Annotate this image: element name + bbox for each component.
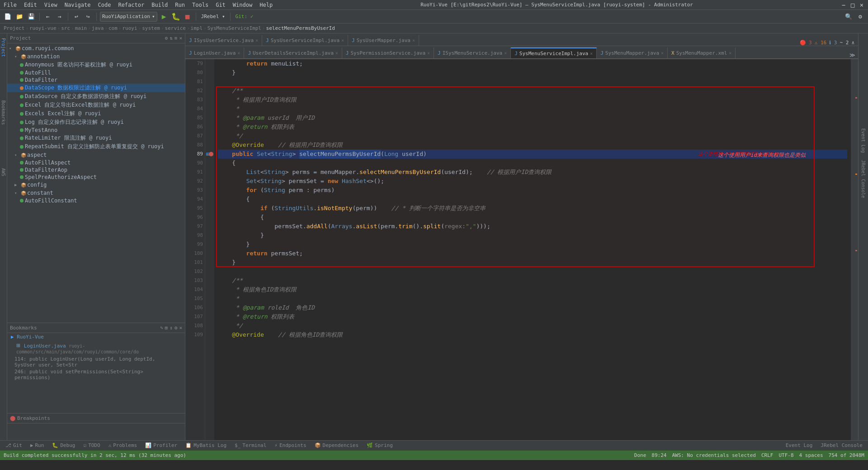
tree-item-excels[interactable]: Excels Excel注解 @ ruoyi [7,109,185,118]
bookmarks-edit-icon[interactable]: ✎ [160,325,163,331]
tree-item-anonymous[interactable]: Anonymous 匿名访问不鉴权注解 @ ruoyi [7,61,185,69]
bottom-tab-run[interactable]: ▶ Run [27,442,48,449]
tree-item-mytestanno[interactable]: MyTestAnno [7,127,185,134]
bottom-tab-git[interactable]: ⎇ Git [2,442,26,449]
sidebar-actions[interactable]: ⚙ ⇅ ≡ × [165,35,183,41]
bookmarks-close-icon[interactable]: × [179,325,182,331]
bookmarks-sort-icon[interactable]: ↕ [170,325,173,331]
close-tab-isysuserservice[interactable]: × [255,38,258,43]
code-editor[interactable]: 79 80 81 82 83 84 85 86 87 88 89 90 91 9… [185,59,858,440]
breadcrumb-service[interactable]: service [165,25,186,31]
bottom-tab-todo[interactable]: ☑ TODO [80,442,104,449]
tab-sysmenumapperxml[interactable]: X SysMenuMapper.xml × [668,47,736,58]
tree-item-autofill[interactable]: AutoFill [7,69,185,76]
status-crlf[interactable]: CRLF [761,452,774,458]
menu-view[interactable]: View [44,2,57,8]
tab-sysmenumapper[interactable]: J SysMenuMapper.java × [597,47,668,58]
sidebar-expand-icon[interactable]: ⇅ [170,35,173,41]
status-indent[interactable]: 4 spaces [799,452,823,458]
close-tab-isysmenuservice[interactable]: × [504,51,507,56]
breadcrumb-project[interactable]: Project [4,25,24,31]
tree-item-constant[interactable]: ▾ 📦 constant [7,189,185,197]
tree-item-excel[interactable]: Excel 自定义导出Excel数据注解 @ ruoyi [7,101,185,109]
status-memory[interactable]: 754 of 2048M [829,452,864,458]
tab-sysuserserviceimpl[interactable]: J SysUserServiceImpl.java × [262,35,348,46]
stop-button[interactable]: ■ [183,12,193,22]
tab-syspermissionservice[interactable]: J SysPermissionService.java × [342,47,434,58]
search-everywhere-button[interactable]: 🔍 [844,12,854,22]
close-tab-sysmenumapper[interactable]: × [661,51,664,56]
tab-sysmenuserviceimpl[interactable]: J SysMenuServiceImpl.java × [511,47,597,58]
menu-file[interactable]: File [4,2,17,8]
tree-item-datafilter[interactable]: DataFilter [7,76,185,84]
close-tab-sysusermapper[interactable]: × [412,38,415,43]
open-button[interactable]: 📁 [14,12,24,22]
collapse-icon[interactable]: ∧ [851,40,854,46]
project-panel-label[interactable]: Project [0,35,7,60]
tree-item-config[interactable]: ▶ 📦 config [7,181,185,189]
menu-tools[interactable]: Tools [192,2,208,8]
menu-edit[interactable]: Edit [24,2,37,8]
tab-userdetailsserviceimpl[interactable]: J UserDetailsServiceImpl.java × [244,47,342,58]
jrebel-console-label[interactable]: JRebel Console [860,157,867,201]
settings-button[interactable]: ⚙ [855,12,865,22]
breakpoint-marker[interactable] [209,152,213,156]
bottom-tab-dependencies[interactable]: 📦 Dependencies [311,442,362,449]
tree-item-datascope[interactable]: DataScope 数据权限过滤注解 @ ruoyi [7,84,185,92]
menu-window[interactable]: Window [233,2,252,8]
tree-item-repeatsubmit[interactable]: RepeatSubmit 自定义注解防止表单重复提交 @ ruoyi [7,142,185,151]
right-scroll-gutter[interactable] [851,59,858,440]
breadcrumb-com[interactable]: com [108,25,118,31]
maximize-button[interactable]: □ [850,2,855,8]
menu-build[interactable]: Build [151,2,168,8]
run-button[interactable]: ▶ [159,12,169,22]
tree-item-autofillconstant[interactable]: AutoFillConstant [7,197,185,204]
bookmarks-panel-label[interactable]: Bookmarks [0,98,7,127]
bookmarks-actions[interactable]: ✎ ⊞ ↕ ⚙ × [160,325,182,331]
bookmark-ruoyi-vue[interactable]: ▶ RuoYi-Vue [7,333,185,341]
tree-item-common[interactable]: ▾ 📦 com.ruoyi.common [7,44,185,52]
breadcrumb-method[interactable]: selectMenuPermsByUserId [266,25,335,31]
menu-git[interactable]: Git [216,2,226,8]
tab-loginuser[interactable]: J LoginUser.java × [185,47,244,58]
close-tab-syspermissionservice[interactable]: × [427,51,430,56]
event-log-label[interactable]: Event Log [860,126,867,155]
menu-navigate[interactable]: Navigate [65,2,91,8]
breadcrumb-src[interactable]: src [61,25,70,31]
redo-button[interactable]: ↪ [83,12,93,22]
tab-isysmenuservice[interactable]: J ISysMenuService.java × [434,47,511,58]
bottom-tab-problems[interactable]: ⚠ Problems [105,442,141,449]
tree-item-spelpreauthorize[interactable]: SpelPreAuthorizeAspect [7,174,185,181]
minimize-button[interactable]: − [841,2,846,8]
undo-button[interactable]: ↩ [71,12,81,22]
bottom-tab-spring[interactable]: 🌿 Spring [363,442,396,449]
bottom-tab-event-log[interactable]: Event Log [782,442,816,449]
bookmark-loginuser[interactable]: ⊞ LoginUser.java ruoyi-common/src/main/j… [7,341,185,356]
tab-sysusermapper[interactable]: J SysUserMapper.java × [348,35,419,46]
close-tab-sysmenuserviceimpl[interactable]: × [590,51,593,56]
tree-item-annotation[interactable]: ▾ 📦 annotation [7,52,185,61]
close-button[interactable]: × [859,2,864,8]
breadcrumb-main[interactable]: main [75,25,87,31]
sidebar-filter-icon[interactable]: ≡ [175,35,178,41]
status-encoding[interactable]: UTF-8 [778,452,793,458]
bookmark-line-246[interactable]: 246: public void setPermissions(Set<Stri… [7,368,185,381]
close-tab-loginuser[interactable]: × [237,51,240,56]
bookmarks-settings-icon[interactable]: ⚙ [175,325,178,331]
bottom-tab-terminal[interactable]: $_ Terminal [231,442,270,449]
breadcrumb-impl[interactable]: impl [191,25,203,31]
tree-item-autofillaspect[interactable]: AutoFillAspect [7,159,185,166]
debug-button[interactable]: 🐛 [171,12,181,22]
bottom-tab-profiler[interactable]: 📊 Profiler [142,442,181,449]
close-tab-sysuserserviceimpl[interactable]: × [341,38,344,43]
tree-item-datasource[interactable]: DataSource 自定义多数据源切换注解 @ ruoyi [7,92,185,101]
menu-refactor[interactable]: Refactor [118,2,144,8]
breadcrumb-java[interactable]: java [92,25,104,31]
back-button[interactable]: ← [43,12,53,22]
window-controls[interactable]: − □ × [841,2,864,8]
breadcrumb-ruoyi-vue[interactable]: ruoyi-vue [29,25,57,31]
new-file-button[interactable]: 📄 [3,12,13,22]
bookmark-line-114[interactable]: 114: public LoginUser(Long userId, Long … [7,356,185,368]
breadcrumb-system[interactable]: system [142,25,160,31]
save-button[interactable]: 💾 [26,12,36,22]
